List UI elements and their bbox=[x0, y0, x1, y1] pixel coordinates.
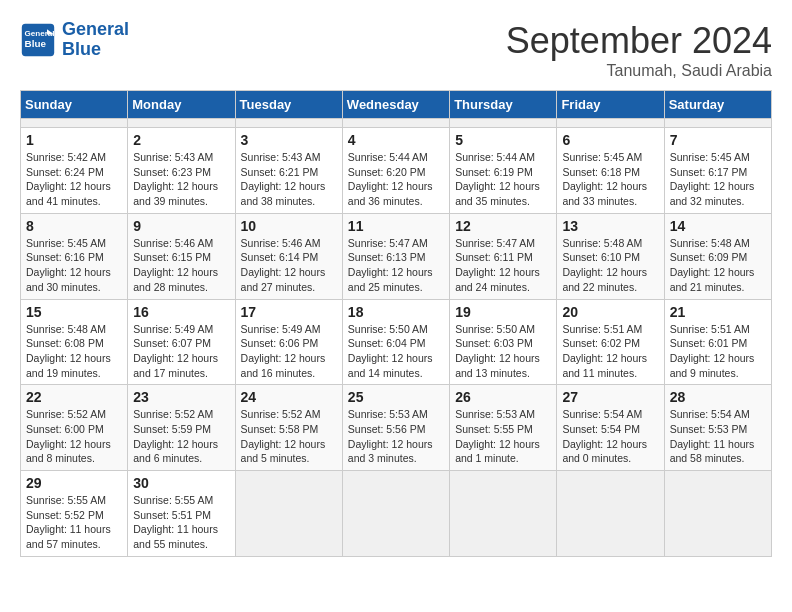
column-header-thursday: Thursday bbox=[450, 91, 557, 119]
day-info: Sunrise: 5:48 AM Sunset: 6:09 PM Dayligh… bbox=[670, 236, 766, 295]
calendar-cell bbox=[128, 119, 235, 128]
day-number: 19 bbox=[455, 304, 551, 320]
column-header-sunday: Sunday bbox=[21, 91, 128, 119]
day-info: Sunrise: 5:49 AM Sunset: 6:06 PM Dayligh… bbox=[241, 322, 337, 381]
calendar-cell: 5Sunrise: 5:44 AM Sunset: 6:19 PM Daylig… bbox=[450, 128, 557, 214]
calendar-cell bbox=[235, 119, 342, 128]
day-number: 3 bbox=[241, 132, 337, 148]
calendar-week-4: 22Sunrise: 5:52 AM Sunset: 6:00 PM Dayli… bbox=[21, 385, 772, 471]
calendar-cell: 10Sunrise: 5:46 AM Sunset: 6:14 PM Dayli… bbox=[235, 213, 342, 299]
day-info: Sunrise: 5:54 AM Sunset: 5:54 PM Dayligh… bbox=[562, 407, 658, 466]
day-info: Sunrise: 5:48 AM Sunset: 6:10 PM Dayligh… bbox=[562, 236, 658, 295]
calendar-cell: 22Sunrise: 5:52 AM Sunset: 6:00 PM Dayli… bbox=[21, 385, 128, 471]
calendar-cell: 29Sunrise: 5:55 AM Sunset: 5:52 PM Dayli… bbox=[21, 471, 128, 557]
day-number: 22 bbox=[26, 389, 122, 405]
day-info: Sunrise: 5:44 AM Sunset: 6:19 PM Dayligh… bbox=[455, 150, 551, 209]
calendar-cell: 17Sunrise: 5:49 AM Sunset: 6:06 PM Dayli… bbox=[235, 299, 342, 385]
calendar-cell: 11Sunrise: 5:47 AM Sunset: 6:13 PM Dayli… bbox=[342, 213, 449, 299]
calendar-cell: 26Sunrise: 5:53 AM Sunset: 5:55 PM Dayli… bbox=[450, 385, 557, 471]
day-number: 26 bbox=[455, 389, 551, 405]
day-info: Sunrise: 5:50 AM Sunset: 6:03 PM Dayligh… bbox=[455, 322, 551, 381]
day-number: 7 bbox=[670, 132, 766, 148]
calendar-cell bbox=[450, 119, 557, 128]
calendar-cell: 9Sunrise: 5:46 AM Sunset: 6:15 PM Daylig… bbox=[128, 213, 235, 299]
day-number: 29 bbox=[26, 475, 122, 491]
calendar-cell bbox=[557, 119, 664, 128]
calendar-week-2: 8Sunrise: 5:45 AM Sunset: 6:16 PM Daylig… bbox=[21, 213, 772, 299]
day-info: Sunrise: 5:47 AM Sunset: 6:13 PM Dayligh… bbox=[348, 236, 444, 295]
calendar-cell bbox=[664, 119, 771, 128]
calendar-cell bbox=[342, 471, 449, 557]
logo-line1: General bbox=[62, 19, 129, 39]
calendar-cell: 28Sunrise: 5:54 AM Sunset: 5:53 PM Dayli… bbox=[664, 385, 771, 471]
day-info: Sunrise: 5:52 AM Sunset: 6:00 PM Dayligh… bbox=[26, 407, 122, 466]
calendar-cell: 24Sunrise: 5:52 AM Sunset: 5:58 PM Dayli… bbox=[235, 385, 342, 471]
day-number: 11 bbox=[348, 218, 444, 234]
day-info: Sunrise: 5:53 AM Sunset: 5:56 PM Dayligh… bbox=[348, 407, 444, 466]
month-title: September 2024 bbox=[506, 20, 772, 62]
column-header-monday: Monday bbox=[128, 91, 235, 119]
day-info: Sunrise: 5:46 AM Sunset: 6:15 PM Dayligh… bbox=[133, 236, 229, 295]
day-number: 28 bbox=[670, 389, 766, 405]
day-number: 1 bbox=[26, 132, 122, 148]
calendar-cell: 7Sunrise: 5:45 AM Sunset: 6:17 PM Daylig… bbox=[664, 128, 771, 214]
header-row: SundayMondayTuesdayWednesdayThursdayFrid… bbox=[21, 91, 772, 119]
calendar-cell: 8Sunrise: 5:45 AM Sunset: 6:16 PM Daylig… bbox=[21, 213, 128, 299]
day-info: Sunrise: 5:43 AM Sunset: 6:23 PM Dayligh… bbox=[133, 150, 229, 209]
calendar-cell bbox=[557, 471, 664, 557]
day-number: 30 bbox=[133, 475, 229, 491]
day-info: Sunrise: 5:42 AM Sunset: 6:24 PM Dayligh… bbox=[26, 150, 122, 209]
calendar-cell: 2Sunrise: 5:43 AM Sunset: 6:23 PM Daylig… bbox=[128, 128, 235, 214]
day-number: 6 bbox=[562, 132, 658, 148]
day-number: 23 bbox=[133, 389, 229, 405]
calendar-cell: 3Sunrise: 5:43 AM Sunset: 6:21 PM Daylig… bbox=[235, 128, 342, 214]
day-number: 20 bbox=[562, 304, 658, 320]
day-number: 18 bbox=[348, 304, 444, 320]
day-number: 10 bbox=[241, 218, 337, 234]
day-number: 8 bbox=[26, 218, 122, 234]
day-number: 24 bbox=[241, 389, 337, 405]
day-number: 15 bbox=[26, 304, 122, 320]
day-info: Sunrise: 5:45 AM Sunset: 6:16 PM Dayligh… bbox=[26, 236, 122, 295]
calendar-cell: 1Sunrise: 5:42 AM Sunset: 6:24 PM Daylig… bbox=[21, 128, 128, 214]
calendar-cell: 21Sunrise: 5:51 AM Sunset: 6:01 PM Dayli… bbox=[664, 299, 771, 385]
header: General Blue General Blue September 2024… bbox=[20, 20, 772, 80]
day-number: 17 bbox=[241, 304, 337, 320]
day-number: 13 bbox=[562, 218, 658, 234]
day-info: Sunrise: 5:52 AM Sunset: 5:59 PM Dayligh… bbox=[133, 407, 229, 466]
calendar-week-5: 29Sunrise: 5:55 AM Sunset: 5:52 PM Dayli… bbox=[21, 471, 772, 557]
day-number: 16 bbox=[133, 304, 229, 320]
calendar-cell bbox=[235, 471, 342, 557]
calendar-cell: 15Sunrise: 5:48 AM Sunset: 6:08 PM Dayli… bbox=[21, 299, 128, 385]
day-info: Sunrise: 5:45 AM Sunset: 6:17 PM Dayligh… bbox=[670, 150, 766, 209]
calendar-cell: 27Sunrise: 5:54 AM Sunset: 5:54 PM Dayli… bbox=[557, 385, 664, 471]
calendar-cell: 16Sunrise: 5:49 AM Sunset: 6:07 PM Dayli… bbox=[128, 299, 235, 385]
day-number: 14 bbox=[670, 218, 766, 234]
column-header-tuesday: Tuesday bbox=[235, 91, 342, 119]
day-number: 25 bbox=[348, 389, 444, 405]
svg-text:Blue: Blue bbox=[25, 38, 47, 49]
calendar-week-1: 1Sunrise: 5:42 AM Sunset: 6:24 PM Daylig… bbox=[21, 128, 772, 214]
calendar-cell: 13Sunrise: 5:48 AM Sunset: 6:10 PM Dayli… bbox=[557, 213, 664, 299]
day-info: Sunrise: 5:54 AM Sunset: 5:53 PM Dayligh… bbox=[670, 407, 766, 466]
day-info: Sunrise: 5:46 AM Sunset: 6:14 PM Dayligh… bbox=[241, 236, 337, 295]
day-number: 27 bbox=[562, 389, 658, 405]
day-number: 12 bbox=[455, 218, 551, 234]
column-header-wednesday: Wednesday bbox=[342, 91, 449, 119]
day-info: Sunrise: 5:49 AM Sunset: 6:07 PM Dayligh… bbox=[133, 322, 229, 381]
column-header-friday: Friday bbox=[557, 91, 664, 119]
calendar-cell: 14Sunrise: 5:48 AM Sunset: 6:09 PM Dayli… bbox=[664, 213, 771, 299]
day-number: 9 bbox=[133, 218, 229, 234]
day-info: Sunrise: 5:45 AM Sunset: 6:18 PM Dayligh… bbox=[562, 150, 658, 209]
logo: General Blue General Blue bbox=[20, 20, 129, 60]
calendar-week-0 bbox=[21, 119, 772, 128]
calendar-cell: 25Sunrise: 5:53 AM Sunset: 5:56 PM Dayli… bbox=[342, 385, 449, 471]
location-subtitle: Tanumah, Saudi Arabia bbox=[506, 62, 772, 80]
day-number: 4 bbox=[348, 132, 444, 148]
calendar-table: SundayMondayTuesdayWednesdayThursdayFrid… bbox=[20, 90, 772, 557]
logo-text: General Blue bbox=[62, 20, 129, 60]
logo-icon: General Blue bbox=[20, 22, 56, 58]
day-info: Sunrise: 5:47 AM Sunset: 6:11 PM Dayligh… bbox=[455, 236, 551, 295]
day-info: Sunrise: 5:55 AM Sunset: 5:52 PM Dayligh… bbox=[26, 493, 122, 552]
calendar-cell: 18Sunrise: 5:50 AM Sunset: 6:04 PM Dayli… bbox=[342, 299, 449, 385]
